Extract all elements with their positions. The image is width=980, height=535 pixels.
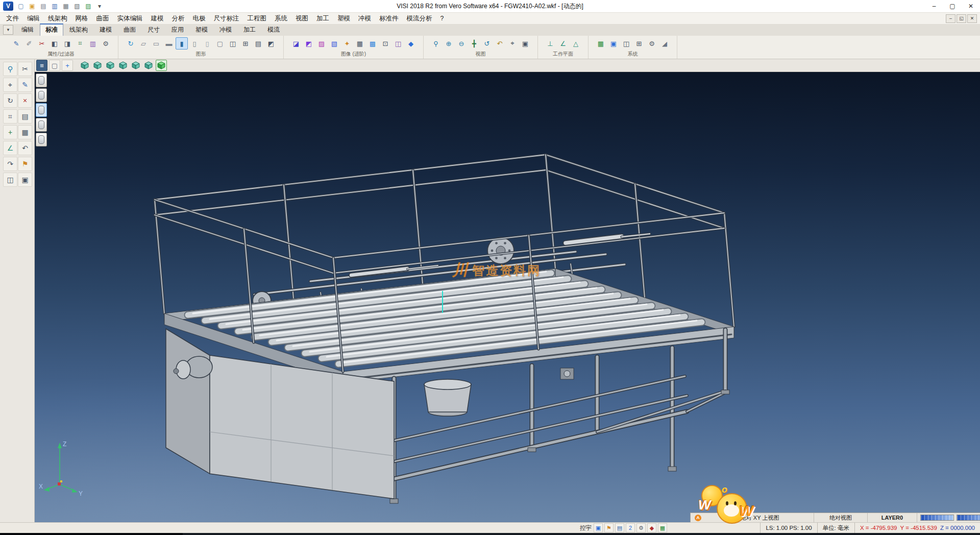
edit-attributes-icon[interactable]: ✎	[10, 37, 22, 50]
hidden-line-mode-icon[interactable]: ▭	[150, 37, 162, 50]
hide-entity-icon[interactable]: ◫	[227, 37, 239, 50]
left-view-icon[interactable]	[130, 60, 141, 71]
dynamic-section-icon[interactable]: ◪	[290, 37, 302, 50]
history-panel-icon[interactable]	[36, 133, 47, 147]
layer-panel-icon[interactable]	[36, 103, 47, 117]
minimize-button[interactable]: –	[925, 0, 943, 12]
trim-icon[interactable]: ✂	[18, 62, 32, 76]
axes-toggle-icon[interactable]: +	[62, 60, 73, 71]
dynamic-rotation-icon[interactable]	[156, 60, 167, 71]
previous-view-icon[interactable]: ↶	[494, 37, 506, 50]
draft-plane-icon[interactable]: ◢	[658, 37, 671, 50]
wireframe-mode-icon[interactable]: ▱	[137, 37, 150, 50]
color-table-icon[interactable]: ▦	[595, 37, 607, 50]
undo-icon[interactable]: ↶	[18, 141, 32, 155]
mdi-close-button[interactable]: ✕	[967, 14, 977, 23]
workplane-align-icon[interactable]: ∠	[557, 37, 569, 50]
rotate-icon[interactable]: ↻	[3, 93, 17, 108]
mdi-minimize-button[interactable]: –	[946, 14, 955, 23]
menu-modeling[interactable]: 建模	[147, 13, 168, 24]
menu-standard-parts[interactable]: 标准件	[375, 13, 403, 24]
compare-icon[interactable]: ◫	[392, 37, 404, 50]
redraw-icon[interactable]: ↻	[125, 37, 137, 50]
target-view-icon[interactable]: ⌖	[506, 37, 519, 50]
quick-access-dropdown-icon[interactable]: ▾	[94, 2, 105, 11]
menu-surface[interactable]: 曲面	[92, 13, 113, 24]
background-icon[interactable]: ▩	[366, 37, 379, 50]
plane-list-icon[interactable]	[36, 118, 47, 132]
magnifier-icon[interactable]: ⚲	[731, 514, 740, 522]
import-file-icon[interactable]: ▤	[38, 2, 48, 11]
shadow-icon[interactable]: ▦	[354, 37, 366, 50]
menu-view[interactable]: 视图	[291, 13, 312, 24]
tab-application[interactable]: 应用	[166, 23, 189, 36]
select-mode-icon[interactable]: ▣	[594, 523, 603, 532]
tab-dimension[interactable]: 尺寸	[142, 23, 165, 36]
entity-info-icon[interactable]: ▤	[252, 37, 264, 50]
rotate-view-icon[interactable]: ↺	[481, 37, 493, 50]
copy-icon[interactable]: ◫	[3, 173, 17, 187]
sheet-icon[interactable]: ▤	[18, 109, 32, 124]
material-icon[interactable]: ▨	[315, 37, 328, 50]
top-view-icon[interactable]	[92, 60, 103, 71]
gear-status-icon[interactable]: ⚙	[636, 523, 646, 532]
axis-icon[interactable]: ∠	[3, 141, 17, 155]
snapshot-icon[interactable]: ⊡	[379, 37, 391, 50]
maximize-button[interactable]: ▢	[943, 0, 962, 12]
shaded-mode-icon[interactable]: ▬	[163, 37, 175, 50]
visibility-list-icon[interactable]	[36, 88, 47, 102]
snap-status-icon[interactable]: ⚑	[604, 523, 614, 532]
ucs-status-icon[interactable]: ◆	[647, 523, 656, 532]
bottom-view-icon[interactable]	[143, 60, 154, 71]
zoom-in-icon[interactable]: ⊕	[443, 37, 455, 50]
delete-attributes-icon[interactable]: ✂	[36, 37, 48, 50]
lighting-icon[interactable]: ✦	[341, 37, 353, 50]
open-file-icon[interactable]: ▣	[27, 2, 37, 11]
tab-surface[interactable]: 曲面	[118, 23, 141, 36]
workplane-xy-icon[interactable]: ⊥	[544, 37, 556, 50]
snap-point-icon[interactable]: ⌖	[3, 78, 17, 92]
ghost-mode-icon[interactable]: ▯	[201, 37, 213, 50]
system-settings-icon[interactable]: ⚙	[646, 37, 658, 50]
viewport-paper-icon[interactable]: ▢	[49, 60, 60, 71]
isolate-icon[interactable]: ▢	[214, 37, 226, 50]
selection-filter-icon[interactable]: ⌗	[74, 37, 86, 50]
clipboard-status-icon[interactable]: ▤	[615, 523, 624, 532]
selection-list-icon[interactable]	[36, 74, 47, 87]
layer-manager-icon[interactable]: ◫	[620, 37, 632, 50]
tab-mold[interactable]: 塑模	[190, 23, 213, 36]
flag-icon[interactable]: ⚑	[18, 157, 32, 171]
full-screen-icon[interactable]: ▣	[519, 37, 531, 50]
menu-drafting[interactable]: 工程图	[243, 13, 271, 24]
menu-flow-analysis[interactable]: 模流分析	[403, 13, 436, 24]
sketch-icon[interactable]: ✎	[18, 78, 32, 92]
quick-filter-icon[interactable]: ▥	[87, 37, 99, 50]
tab-standard[interactable]: 标准	[40, 23, 63, 36]
print-preview-icon[interactable]: ▧	[72, 2, 82, 11]
menu-electrode[interactable]: 电极	[189, 13, 210, 24]
absolute-mode-badge[interactable]: A	[695, 515, 701, 521]
menu-dimension[interactable]: 尺寸标注	[210, 13, 243, 24]
plot-icon[interactable]: ▨	[83, 2, 93, 11]
filter-settings-icon[interactable]: ⚙	[100, 37, 112, 50]
monitor-icon[interactable]: ▣	[607, 37, 620, 50]
clip-plane-icon[interactable]: ◩	[303, 37, 315, 50]
menu-mesh[interactable]: 网格	[71, 13, 92, 24]
copy-attributes-icon[interactable]: ✐	[23, 37, 35, 50]
view-cube-toggle-icon[interactable]: ◆	[405, 37, 417, 50]
viewport-menu-icon[interactable]: ≡	[36, 60, 47, 71]
menu-edit[interactable]: 编辑	[23, 13, 44, 24]
menu-die[interactable]: 冲模	[354, 13, 375, 24]
erase-icon[interactable]: ×	[18, 93, 32, 108]
absolute-view-label[interactable]: 绝对视图	[829, 514, 852, 522]
grid-icon[interactable]: ▦	[18, 125, 32, 139]
pan-icon[interactable]: ╋	[468, 37, 480, 50]
grid-settings-icon[interactable]: ⊞	[633, 37, 645, 50]
tab-flow[interactable]: 模流	[262, 23, 285, 36]
filter-edges-icon[interactable]: ◨	[61, 37, 74, 50]
menu-solid-edit[interactable]: 实体编辑	[113, 13, 147, 24]
viewport-3d[interactable]: Z X Y 川 智造资料网 A	[35, 72, 980, 522]
menu-analysis[interactable]: 分析	[168, 13, 189, 24]
workplane-3point-icon[interactable]: △	[570, 37, 582, 50]
right-view-icon[interactable]	[117, 60, 129, 71]
